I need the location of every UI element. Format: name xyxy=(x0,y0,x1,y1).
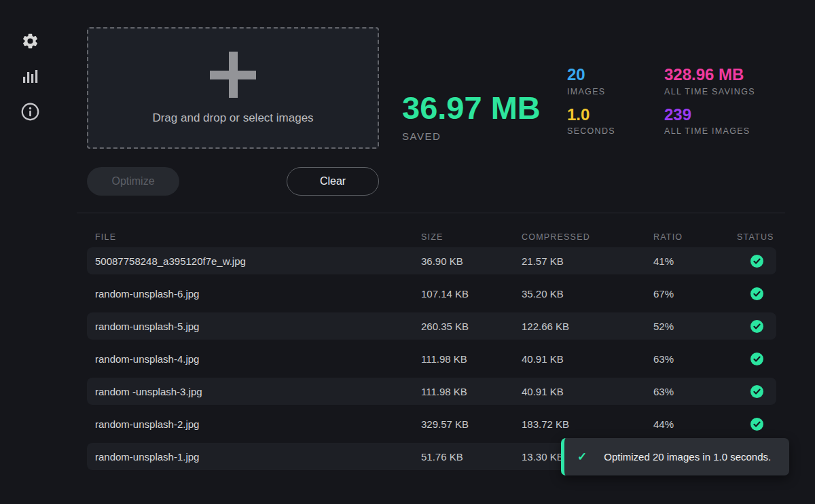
divider xyxy=(77,213,785,213)
plus-icon xyxy=(210,52,256,98)
cell-ratio: 67% xyxy=(653,288,737,300)
results-table: FILE SIZE COMPRESSED RATIO STATUS 500877… xyxy=(87,228,776,470)
cell-compressed: 183.72 KB xyxy=(522,418,653,430)
check-circle-icon xyxy=(750,320,763,333)
cell-size: 329.57 KB xyxy=(421,418,522,430)
check-circle-icon xyxy=(750,353,763,365)
bar-chart-icon xyxy=(21,67,39,85)
stat-all-time-savings: 328.96 MB ALL TIME SAVINGS xyxy=(664,65,755,96)
image-optimizer-app: Drag and drop or select images 36.97 MB … xyxy=(0,0,815,504)
cell-size: 111.98 KB xyxy=(421,386,522,397)
check-icon: ✓ xyxy=(577,450,587,464)
table-row: random-unsplash-5.jpg 260.35 KB 122.66 K… xyxy=(87,312,776,340)
sidebar-item-stats[interactable] xyxy=(20,67,39,86)
header-size: SIZE xyxy=(421,232,522,242)
seconds-value: 1.0 xyxy=(567,105,615,124)
cell-status xyxy=(737,353,776,365)
cell-size: 107.14 KB xyxy=(421,288,522,300)
clear-button[interactable]: Clear xyxy=(287,167,379,196)
stats-column-session: 20 IMAGES 1.0 SECONDS xyxy=(567,65,615,145)
cell-size: 51.76 KB xyxy=(421,451,522,463)
images-value: 20 xyxy=(567,65,615,84)
header-file: FILE xyxy=(87,232,421,242)
cell-ratio: 44% xyxy=(653,418,737,430)
stat-saved: 36.97 MB SAVED xyxy=(402,91,541,142)
dropzone-label: Drag and drop or select images xyxy=(152,111,313,125)
cell-status xyxy=(737,385,776,398)
all-time-savings-label: ALL TIME SAVINGS xyxy=(664,87,755,96)
cell-size: 36.90 KB xyxy=(421,255,522,267)
cell-file: random -unsplash-3.jpg xyxy=(87,386,421,397)
cell-ratio: 52% xyxy=(653,321,737,332)
header-status: STATUS xyxy=(737,232,776,242)
table-row: random-unsplash-4.jpg 111.98 KB 40.91 KB… xyxy=(87,345,776,372)
seconds-label: SECONDS xyxy=(567,126,615,136)
cell-size: 111.98 KB xyxy=(421,353,522,365)
cell-status xyxy=(737,287,776,300)
cell-file: random-unsplash-4.jpg xyxy=(87,353,421,365)
cell-status xyxy=(737,255,776,268)
stat-images: 20 IMAGES xyxy=(567,65,615,96)
cell-compressed: 122.66 KB xyxy=(522,321,653,332)
table-header-row: FILE SIZE COMPRESSED RATIO STATUS xyxy=(87,228,776,246)
check-circle-icon xyxy=(750,385,763,398)
cell-status xyxy=(737,418,776,431)
dropzone[interactable]: Drag and drop or select images xyxy=(87,27,379,149)
saved-value: 36.97 MB xyxy=(402,91,541,124)
toast-notification: ✓ Optimized 20 images in 1.0 seconds. xyxy=(561,438,789,475)
all-time-savings-value: 328.96 MB xyxy=(664,65,755,84)
check-circle-icon xyxy=(750,255,763,268)
cell-file: random-unsplash-5.jpg xyxy=(87,321,421,332)
table-row: random-unsplash-6.jpg 107.14 KB 35.20 KB… xyxy=(87,280,776,307)
cell-compressed: 21.57 KB xyxy=(522,255,653,267)
cell-ratio: 63% xyxy=(653,386,737,397)
check-circle-icon xyxy=(750,418,763,431)
toast-message: Optimized 20 images in 1.0 seconds. xyxy=(604,451,771,463)
cell-file: 50087758248_a395120f7e_w.jpg xyxy=(87,255,421,267)
check-circle-icon xyxy=(750,287,763,300)
table-row: random -unsplash-3.jpg 111.98 KB 40.91 K… xyxy=(87,378,776,405)
saved-label: SAVED xyxy=(402,130,541,142)
cell-size: 260.35 KB xyxy=(421,321,522,332)
header-compressed: COMPRESSED xyxy=(522,232,653,242)
gear-icon xyxy=(21,32,39,50)
table-row: random-unsplash-2.jpg 329.57 KB 183.72 K… xyxy=(87,410,776,437)
stats-column-alltime: 328.96 MB ALL TIME SAVINGS 239 ALL TIME … xyxy=(664,65,755,145)
cell-ratio: 41% xyxy=(653,255,737,267)
cell-file: random-unsplash-2.jpg xyxy=(87,418,421,430)
all-time-images-label: ALL TIME IMAGES xyxy=(664,126,755,136)
info-icon xyxy=(21,103,39,121)
cell-status xyxy=(737,320,776,333)
optimize-button[interactable]: Optimize xyxy=(87,167,179,196)
cell-compressed: 40.91 KB xyxy=(522,353,653,365)
header-ratio: RATIO xyxy=(653,232,737,242)
cell-file: random-unsplash-6.jpg xyxy=(87,288,421,300)
table-row: 50087758248_a395120f7e_w.jpg 36.90 KB 21… xyxy=(87,247,776,274)
cell-compressed: 35.20 KB xyxy=(522,288,653,300)
table-body: 50087758248_a395120f7e_w.jpg 36.90 KB 21… xyxy=(87,247,776,470)
cell-compressed: 40.91 KB xyxy=(522,386,653,397)
sidebar-item-about[interactable] xyxy=(20,102,39,121)
all-time-images-value: 239 xyxy=(664,105,755,124)
cell-ratio: 63% xyxy=(653,353,737,365)
stat-all-time-images: 239 ALL TIME IMAGES xyxy=(664,105,755,137)
images-label: IMAGES xyxy=(567,87,615,96)
stat-seconds: 1.0 SECONDS xyxy=(567,105,615,137)
cell-file: random-unsplash-1.jpg xyxy=(87,451,421,463)
sidebar-item-settings[interactable] xyxy=(20,31,39,50)
